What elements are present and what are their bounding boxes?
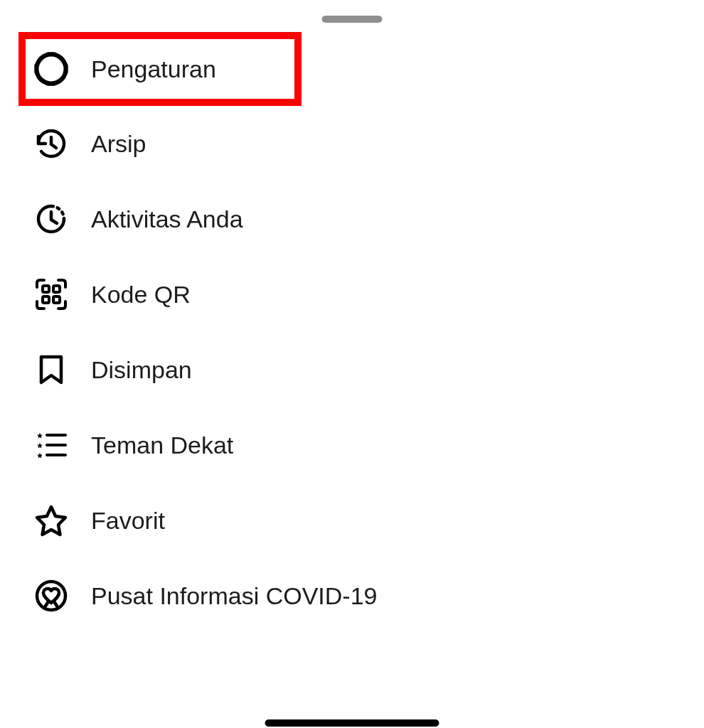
gear-icon — [34, 52, 68, 86]
menu-item-qr-code[interactable]: Kode QR — [0, 257, 704, 332]
menu-label-favorites: Favorit — [91, 507, 165, 535]
svg-rect-3 — [43, 296, 49, 303]
menu-label-archive: Arsip — [91, 130, 146, 158]
activity-clock-icon — [34, 202, 68, 236]
star-icon — [34, 503, 68, 537]
menu-item-activity[interactable]: Aktivitas Anda — [0, 181, 704, 257]
qr-code-icon — [34, 277, 68, 311]
history-icon — [34, 127, 68, 161]
menu-label-covid-info: Pusat Informasi COVID-19 — [91, 582, 377, 610]
bookmark-icon — [34, 353, 68, 387]
menu-label-close-friends: Teman Dekat — [91, 432, 233, 459]
home-indicator[interactable] — [265, 719, 439, 727]
menu-list: Pengaturan Arsip Aktivitas Anda — [0, 0, 704, 633]
menu-item-archive[interactable]: Arsip — [0, 106, 704, 181]
menu-label-saved: Disimpan — [91, 356, 192, 384]
menu-item-saved[interactable]: Disimpan — [0, 332, 704, 407]
svg-rect-1 — [43, 286, 49, 292]
menu-item-close-friends[interactable]: Teman Dekat — [0, 407, 704, 483]
menu-label-settings: Pengaturan — [91, 55, 216, 83]
menu-label-activity: Aktivitas Anda — [91, 205, 243, 233]
menu-item-covid-info[interactable]: Pusat Informasi COVID-19 — [0, 558, 704, 633]
svg-rect-2 — [53, 286, 60, 292]
close-friends-icon — [34, 428, 68, 462]
menu-label-qr-code: Kode QR — [91, 281, 191, 309]
svg-rect-4 — [53, 296, 60, 303]
heart-ribbon-icon — [34, 579, 68, 613]
menu-item-settings[interactable]: Pengaturan — [18, 32, 302, 106]
menu-item-favorites[interactable]: Favorit — [0, 483, 704, 558]
svg-point-8 — [37, 582, 65, 610]
